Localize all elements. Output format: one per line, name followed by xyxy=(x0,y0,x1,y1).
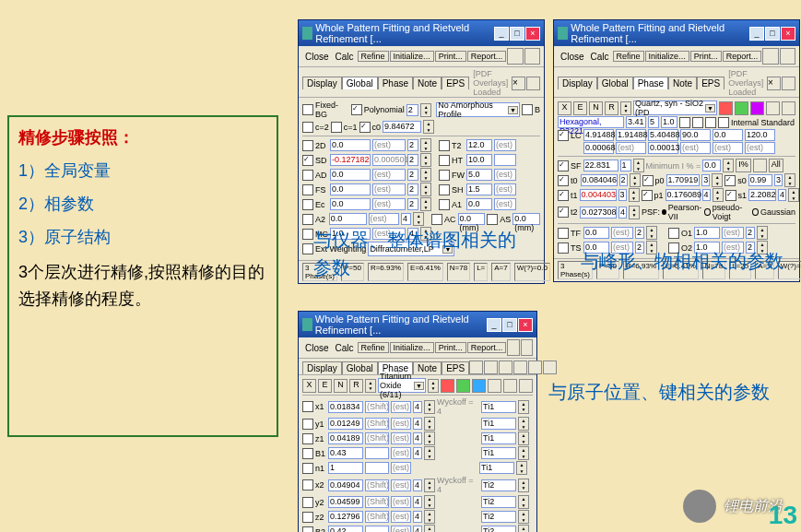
param-check[interactable] xyxy=(439,155,450,166)
tool-icon[interactable] xyxy=(735,101,748,115)
param-check[interactable] xyxy=(302,155,313,166)
c2-check[interactable] xyxy=(302,122,313,133)
menu-calc[interactable]: Calc xyxy=(333,342,357,354)
menu-calc[interactable]: Calc xyxy=(588,51,612,63)
menu-close[interactable]: Close xyxy=(302,51,332,63)
tool-icon[interactable] xyxy=(521,339,533,356)
tab-eps[interactable]: EPS xyxy=(442,361,469,374)
tool-icon[interactable] xyxy=(762,48,778,65)
tab-note[interactable]: Note xyxy=(413,77,442,89)
min-button[interactable]: _ xyxy=(487,318,501,332)
tab-display[interactable]: Display xyxy=(302,361,342,374)
tool-icon[interactable] xyxy=(782,101,795,115)
tab-eps[interactable]: EPS xyxy=(697,77,724,89)
c1-check[interactable] xyxy=(331,122,342,133)
x-btn[interactable]: X xyxy=(302,379,316,393)
param-check[interactable] xyxy=(302,497,313,508)
param-value[interactable]: 0.0 xyxy=(330,139,371,151)
tool-icon[interactable] xyxy=(503,379,517,393)
max-button[interactable]: □ xyxy=(510,27,524,41)
min-button[interactable]: _ xyxy=(749,27,764,41)
menu-print[interactable]: Print... xyxy=(435,51,466,62)
spinner[interactable] xyxy=(420,138,431,152)
param-check[interactable] xyxy=(302,140,313,151)
close-button[interactable]: × xyxy=(781,27,795,41)
menu-print[interactable]: Print... xyxy=(435,342,466,353)
param-value[interactable]: 0.0 xyxy=(329,213,367,225)
param-check[interactable] xyxy=(439,170,450,181)
param-check[interactable] xyxy=(302,229,313,240)
tab-phase[interactable]: Phase xyxy=(378,77,413,89)
tab-global[interactable]: Global xyxy=(597,77,633,89)
param-check[interactable] xyxy=(302,170,313,181)
tool-icon[interactable] xyxy=(766,101,780,115)
ix-btn[interactable]: I% xyxy=(736,159,751,172)
phase-dd[interactable]: Quartz, syn - SiO2 (PD xyxy=(633,100,717,115)
close-button[interactable]: × xyxy=(525,27,540,41)
tab-display[interactable]: Display xyxy=(302,77,342,89)
tab-eps[interactable]: EPS xyxy=(442,77,469,89)
param-check[interactable] xyxy=(302,433,313,444)
as-check[interactable] xyxy=(487,214,498,225)
param-check[interactable] xyxy=(302,526,313,533)
param-check[interactable] xyxy=(439,184,450,195)
tool-icon[interactable] xyxy=(472,379,486,393)
tool-icon[interactable] xyxy=(524,48,540,65)
tool-icon[interactable] xyxy=(441,379,454,393)
menu-report[interactable]: Report... xyxy=(467,342,507,353)
tab-note[interactable]: Note xyxy=(413,361,442,374)
menu-calc[interactable]: Calc xyxy=(333,51,357,63)
param-check[interactable] xyxy=(558,207,569,218)
lc-check[interactable] xyxy=(558,130,569,141)
spinner[interactable] xyxy=(420,183,431,196)
e-btn[interactable]: E xyxy=(318,379,332,393)
param-check[interactable] xyxy=(439,199,450,210)
menu-init[interactable]: Initialize... xyxy=(390,342,434,353)
amorphous-dd[interactable]: No Amorphous Profile xyxy=(436,102,520,117)
phase-dd[interactable]: Titanium Oxide (6/11) xyxy=(378,378,426,393)
param-check[interactable] xyxy=(558,175,569,186)
n-btn[interactable]: N xyxy=(334,379,347,393)
tool-icon[interactable] xyxy=(513,361,527,374)
param-check[interactable] xyxy=(302,401,313,412)
param-check[interactable] xyxy=(302,479,313,491)
tool-icon[interactable] xyxy=(488,379,501,393)
min-button[interactable]: _ xyxy=(494,27,509,41)
fixedbg-check[interactable] xyxy=(302,104,313,115)
param-check[interactable] xyxy=(558,190,569,201)
x-btn[interactable]: X xyxy=(558,101,571,115)
param-check[interactable] xyxy=(302,419,313,430)
menu-refine[interactable]: Refine xyxy=(613,51,644,62)
tool-icon[interactable] xyxy=(528,361,542,374)
menu-report[interactable]: Report... xyxy=(723,51,762,62)
param-check[interactable] xyxy=(302,463,313,474)
poly-check[interactable] xyxy=(351,104,362,115)
param-value[interactable]: 0.0 xyxy=(330,183,371,195)
menu-close[interactable]: Close xyxy=(302,342,332,354)
spinner[interactable] xyxy=(420,197,431,211)
tool-icon[interactable] xyxy=(469,361,483,374)
crystal-system[interactable]: Hexagonal, P3221 xyxy=(558,116,624,128)
param-value[interactable]: 0.0 xyxy=(330,198,371,210)
r-btn[interactable]: R xyxy=(605,101,618,115)
spinner[interactable] xyxy=(420,168,431,182)
tab-tool-icon[interactable] xyxy=(782,77,795,90)
tool-icon[interactable] xyxy=(750,101,764,115)
param-check[interactable] xyxy=(302,214,313,225)
tool-icon[interactable] xyxy=(456,379,470,393)
tab-phase[interactable]: Phase xyxy=(633,77,668,89)
spinner[interactable] xyxy=(420,153,431,167)
ac-check[interactable] xyxy=(431,214,442,225)
spinner[interactable] xyxy=(620,101,631,115)
tool-icon[interactable] xyxy=(780,48,795,65)
ext-weight-check[interactable] xyxy=(302,243,313,254)
radio[interactable] xyxy=(662,209,666,215)
spinner[interactable] xyxy=(423,120,434,134)
tab-global[interactable]: Global xyxy=(342,361,378,374)
menu-init[interactable]: Initialize... xyxy=(645,51,689,62)
param-check[interactable] xyxy=(302,184,313,195)
tab-display[interactable]: Display xyxy=(558,77,597,89)
c0-check[interactable] xyxy=(359,122,371,133)
radio[interactable] xyxy=(704,208,711,216)
menu-refine[interactable]: Refine xyxy=(358,51,389,62)
